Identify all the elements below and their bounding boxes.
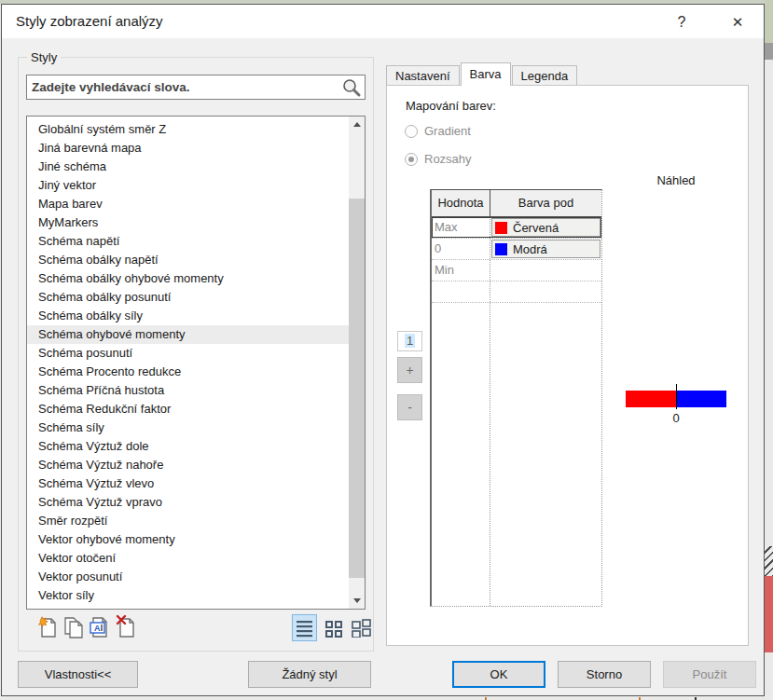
table-row[interactable]: Max Červená: [432, 217, 601, 239]
style-list-item[interactable]: Schéma obálky síly: [27, 307, 349, 325]
analysis-display-styles-dialog: Styly zobrazení analýzy ? ✕ Styly Zadejt…: [1, 4, 765, 696]
color-swatch: [495, 243, 507, 255]
cancel-button[interactable]: Storno: [558, 661, 651, 688]
style-list[interactable]: Globální systém směr ZJiná barevná mapaJ…: [26, 116, 366, 610]
style-list-item[interactable]: Schéma napětí: [27, 232, 349, 251]
color-cell[interactable]: [490, 281, 601, 302]
search-placeholder: Zadejte vyhledávací slova.: [27, 80, 341, 94]
value-cell[interactable]: Max: [432, 217, 490, 238]
settings-tabs: Nastavení Barva Legenda: [386, 62, 578, 86]
large-icons-view-icon[interactable]: [349, 614, 374, 641]
preview-zero-tick: [676, 384, 677, 409]
tab-legenda[interactable]: Legenda: [512, 65, 578, 86]
rename-style-icon[interactable]: A: [89, 614, 112, 641]
style-list-item[interactable]: Jiný vektor: [27, 176, 349, 195]
value-cell[interactable]: [432, 281, 490, 302]
preview-bar-negative-segment: [626, 391, 676, 407]
style-list-item[interactable]: Globální systém směr Z: [27, 120, 349, 139]
styles-group-label: Styly: [27, 50, 61, 64]
color-name-label: Červená: [513, 221, 559, 235]
color-column-header[interactable]: Barva pod hodnotou: [490, 190, 601, 216]
style-list-item[interactable]: Schéma Výztuž vpravo: [27, 493, 349, 512]
color-picker-button[interactable]: Červená: [491, 218, 600, 237]
styles-groupbox: Styly Zadejte vyhledávací slova. Globáln…: [18, 57, 374, 652]
value-cell[interactable]: Min: [432, 260, 490, 281]
background-fragment: [765, 576, 773, 652]
style-list-item[interactable]: Schéma obálky napětí: [27, 251, 349, 269]
style-list-item[interactable]: Mapa barev: [27, 195, 349, 213]
style-list-item[interactable]: Schéma síly: [27, 419, 349, 437]
remove-row-button[interactable]: -: [397, 394, 422, 420]
table-body: Max Červená 0 Modrá: [432, 217, 601, 303]
scrollbar-thumb[interactable]: [349, 199, 365, 578]
color-tab-panel: Mapování barev: Gradient Rozsahy Náhled …: [386, 85, 749, 646]
style-list-item[interactable]: Schéma Výztuž vlevo: [27, 474, 349, 493]
style-list-item[interactable]: Vektor ohybové momenty: [27, 530, 349, 549]
style-list-item[interactable]: Vektor posunutí: [27, 568, 349, 586]
color-picker-button[interactable]: Modrá: [491, 240, 600, 258]
background-app-bottom-strip: [0, 696, 773, 700]
ranges-radio[interactable]: Rozsahy: [405, 152, 472, 166]
ok-button[interactable]: OK: [452, 661, 545, 688]
duplicate-style-icon[interactable]: [62, 614, 86, 641]
style-list-item[interactable]: Schéma Procento redukce: [27, 363, 349, 381]
svg-text:A: A: [94, 624, 101, 633]
titlebar[interactable]: Styly zobrazení analýzy ? ✕: [2, 5, 764, 38]
new-style-icon[interactable]: [36, 614, 60, 641]
style-list-item[interactable]: Vektor otočení: [27, 549, 349, 568]
color-mapping-label: Mapování barev:: [406, 99, 496, 113]
small-icons-view-icon[interactable]: [321, 614, 346, 641]
color-cell[interactable]: Modrá: [490, 239, 601, 259]
color-cell[interactable]: [490, 260, 601, 281]
list-scrollbar[interactable]: [349, 117, 365, 609]
search-icon[interactable]: [341, 77, 362, 98]
table-row[interactable]: 0 Modrá: [432, 239, 601, 260]
style-list-item[interactable]: Jiná barevná mapa: [27, 139, 349, 158]
no-style-button[interactable]: Žádný styl: [248, 661, 371, 688]
style-list-item[interactable]: Schéma posunutí: [27, 344, 349, 363]
style-list-item[interactable]: Schéma Redukční faktor: [27, 400, 349, 419]
table-header-row: Hodnota Barva pod hodnotou: [432, 190, 601, 217]
style-search-input[interactable]: Zadejte vyhledávací slova.: [26, 75, 366, 100]
background-fragment: [765, 43, 773, 60]
preview-bar-positive-segment: [676, 391, 726, 407]
close-button[interactable]: ✕: [722, 10, 753, 34]
help-button[interactable]: ?: [666, 10, 697, 34]
radio-icon[interactable]: [405, 125, 418, 138]
scroll-up-icon[interactable]: [349, 117, 365, 132]
preview-zero-label: 0: [648, 411, 704, 425]
scroll-down-icon[interactable]: [349, 593, 365, 609]
table-row[interactable]: [432, 281, 601, 303]
table-row[interactable]: Min: [432, 260, 601, 281]
style-list-item[interactable]: Schéma obálky ohybové momenty: [27, 269, 349, 288]
list-view-icon[interactable]: [292, 614, 317, 641]
style-list-item[interactable]: Vektor síly: [27, 586, 349, 605]
color-cell[interactable]: Červená: [490, 217, 601, 238]
gradient-radio[interactable]: Gradient: [405, 124, 471, 138]
radio-checked-icon[interactable]: [405, 153, 418, 166]
style-list-item[interactable]: MyMarkers: [27, 213, 349, 232]
row-count-field[interactable]: 1: [397, 331, 422, 351]
background-app-right-strip: [765, 0, 773, 700]
ranges-radio-label: Rozsahy: [424, 152, 472, 166]
style-list-item[interactable]: Schéma ohybové momenty: [27, 325, 349, 344]
style-list-item[interactable]: Směr rozpětí: [27, 512, 349, 530]
style-list-item[interactable]: Schéma Výztuž nahoře: [27, 456, 349, 474]
style-list-item[interactable]: Schéma Příčná hustota: [27, 381, 349, 400]
value-column-header[interactable]: Hodnota: [432, 190, 490, 216]
apply-button: Použít: [663, 661, 756, 688]
delete-style-icon[interactable]: [115, 614, 138, 641]
properties-button[interactable]: Vlastnosti<<: [18, 661, 138, 688]
tab-nastaveni[interactable]: Nastavení: [386, 65, 460, 86]
gradient-radio-label: Gradient: [424, 124, 471, 138]
style-list-item[interactable]: Schéma obálky posunutí: [27, 288, 349, 307]
style-list-items: Globální systém směr ZJiná barevná mapaJ…: [27, 120, 349, 609]
dialog-title: Styly zobrazení analýzy: [16, 13, 163, 29]
preview-label: Náhled: [620, 173, 732, 187]
style-toolbar: A: [27, 614, 366, 642]
add-row-button[interactable]: +: [397, 357, 422, 383]
style-list-item[interactable]: Jiné schéma: [27, 158, 349, 176]
tab-barva[interactable]: Barva: [461, 62, 511, 86]
value-cell[interactable]: 0: [432, 239, 490, 259]
style-list-item[interactable]: Schéma Výztuž dole: [27, 437, 349, 456]
